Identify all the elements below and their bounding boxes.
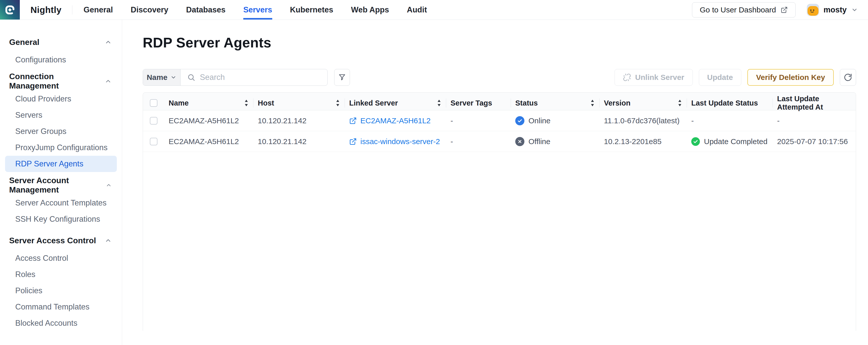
chevron-down-icon xyxy=(851,7,858,13)
agents-table: Name Host Linked Server Server Tags xyxy=(143,92,856,331)
main-nav: General Discovery Databases Servers Kube… xyxy=(84,0,427,20)
section-title: Server Account Management xyxy=(9,176,106,195)
linked-server-link[interactable]: EC2AMAZ-A5H61L2 xyxy=(360,116,431,125)
sidebar-section-general-header[interactable]: General xyxy=(0,36,122,48)
last-update-status-label: Update Completed xyxy=(704,137,768,146)
refresh-button[interactable] xyxy=(840,69,856,86)
topbar-right: Go to User Dashboard mosty xyxy=(692,0,868,20)
cell-host: 10.120.21.142 xyxy=(253,110,345,131)
cell-linked-server[interactable]: EC2AMAZ-A5H61L2 xyxy=(345,110,446,131)
brand-name: Nightly xyxy=(30,0,61,20)
search-field-select[interactable]: Name xyxy=(143,69,181,85)
sidebar-section-server-account-management: Server Account Management Server Account… xyxy=(0,179,122,227)
nav-servers[interactable]: Servers xyxy=(243,0,272,20)
section-title: Connection Management xyxy=(9,72,105,91)
status-online-icon xyxy=(515,116,524,125)
section-title: Server Access Control xyxy=(9,236,96,245)
cell-status: Online xyxy=(511,110,599,131)
filter-button[interactable] xyxy=(334,69,350,86)
sidebar-item-cloud-providers[interactable]: Cloud Providers xyxy=(5,91,117,107)
avatar xyxy=(807,4,819,16)
sidebar-section-server-account-management-header[interactable]: Server Account Management xyxy=(0,179,122,191)
nav-audit[interactable]: Audit xyxy=(407,0,427,20)
select-all-checkbox[interactable] xyxy=(150,99,157,107)
chevron-up-icon xyxy=(106,182,112,189)
update-button[interactable]: Update xyxy=(699,69,742,86)
sidebar-item-policies[interactable]: Policies xyxy=(5,283,117,299)
chevron-up-icon xyxy=(105,237,112,244)
sidebar-item-roles[interactable]: Roles xyxy=(5,266,117,283)
filter-funnel-icon xyxy=(338,73,346,81)
sort-icon[interactable] xyxy=(336,100,340,106)
sidebar-item-rdp-server-agents[interactable]: RDP Server Agents xyxy=(5,156,117,172)
sidebar-item-proxyjump-configurations[interactable]: ProxyJump Configurations xyxy=(5,140,117,156)
sidebar-item-server-account-templates[interactable]: Server Account Templates xyxy=(5,195,117,211)
sidebar-item-blocked-accounts[interactable]: Blocked Accounts xyxy=(5,315,117,331)
nav-web-apps[interactable]: Web Apps xyxy=(351,0,389,20)
unlink-server-button[interactable]: Unlink Server xyxy=(615,69,692,86)
sidebar-item-command-templates[interactable]: Command Templates xyxy=(5,299,117,315)
sidebar-section-server-access-control: Server Access Control Access Control Rol… xyxy=(0,234,122,331)
page-title: RDP Server Agents xyxy=(143,34,856,51)
cell-host: 10.120.21.142 xyxy=(253,131,345,152)
cell-last-update-attempted-at: 2025-07-07 10:17:56 xyxy=(773,131,856,152)
sort-icon[interactable] xyxy=(437,100,441,106)
col-label: Last Update Attempted At xyxy=(777,95,856,111)
table-row: EC2AMAZ-A5H61L2 10.120.21.142 issac-wind… xyxy=(143,131,856,152)
search-icon xyxy=(187,73,195,81)
nav-kubernetes[interactable]: Kubernetes xyxy=(290,0,334,20)
sidebar-item-configurations[interactable]: Configurations xyxy=(5,52,117,68)
nav-general[interactable]: General xyxy=(84,0,113,20)
sidebar-item-access-control[interactable]: Access Control xyxy=(5,250,117,266)
cell-status: Offline xyxy=(511,131,599,152)
sidebar-section-server-access-control-header[interactable]: Server Access Control xyxy=(0,234,122,247)
nav-discovery[interactable]: Discovery xyxy=(131,0,168,20)
search-group: Name xyxy=(143,69,328,86)
nav-databases[interactable]: Databases xyxy=(186,0,225,20)
col-header-name: Name xyxy=(164,94,253,112)
cell-version: 11.1.0-67dc376(latest) xyxy=(599,110,687,131)
app-logo[interactable] xyxy=(0,0,20,20)
chevron-down-icon xyxy=(170,74,177,80)
search-field-select-value: Name xyxy=(147,73,167,82)
top-bar: Nightly General Discovery Databases Serv… xyxy=(0,0,868,20)
col-label: Version xyxy=(604,99,630,107)
update-completed-icon xyxy=(691,137,700,146)
cell-linked-server[interactable]: issac-windows-server-2 xyxy=(345,131,446,152)
go-to-user-dashboard-label: Go to User Dashboard xyxy=(700,6,776,14)
search-input[interactable] xyxy=(200,73,321,82)
sidebar-item-servers[interactable]: Servers xyxy=(5,107,117,123)
user-menu[interactable]: mosty xyxy=(807,4,858,16)
col-header-version: Version xyxy=(599,94,687,112)
linked-server-link[interactable]: issac-windows-server-2 xyxy=(360,137,440,146)
external-link-icon xyxy=(349,117,357,125)
cell-last-update-attempted-at: - xyxy=(773,110,856,131)
main-content: RDP Server Agents Name xyxy=(122,20,868,345)
username: mosty xyxy=(824,5,847,14)
col-header-last-update-attempted-at: Last Update Attempted At xyxy=(773,94,856,112)
sort-icon[interactable] xyxy=(244,100,249,106)
col-header-linked-server: Linked Server xyxy=(345,94,446,112)
external-link-icon xyxy=(781,6,788,13)
toolbar: Name Unlink Server xyxy=(143,69,856,86)
cell-last-update-status: Update Completed xyxy=(687,131,773,152)
cell-server-tags: - xyxy=(446,131,511,152)
sort-icon[interactable] xyxy=(590,100,595,106)
col-header-host: Host xyxy=(253,94,345,112)
col-header-server-tags: Server Tags xyxy=(446,94,511,112)
verify-deletion-key-button[interactable]: Verify Deletion Key xyxy=(747,69,834,86)
cell-last-update-status: - xyxy=(687,110,773,131)
sidebar-section-connection-management-header[interactable]: Connection Management xyxy=(0,75,122,87)
col-label: Linked Server xyxy=(349,99,398,107)
col-header-status: Status xyxy=(511,94,599,112)
sort-icon[interactable] xyxy=(678,100,682,106)
refresh-icon xyxy=(844,73,852,82)
sidebar-item-server-groups[interactable]: Server Groups xyxy=(5,123,117,140)
row-checkbox[interactable] xyxy=(150,138,157,145)
sidebar-item-ssh-key-configurations[interactable]: SSH Key Configurations xyxy=(5,211,117,227)
logo-icon xyxy=(3,3,17,16)
col-label: Host xyxy=(258,99,274,107)
row-checkbox[interactable] xyxy=(150,117,157,125)
sidebar-section-connection-management: Connection Management Cloud Providers Se… xyxy=(0,75,122,172)
go-to-user-dashboard-button[interactable]: Go to User Dashboard xyxy=(692,2,796,18)
